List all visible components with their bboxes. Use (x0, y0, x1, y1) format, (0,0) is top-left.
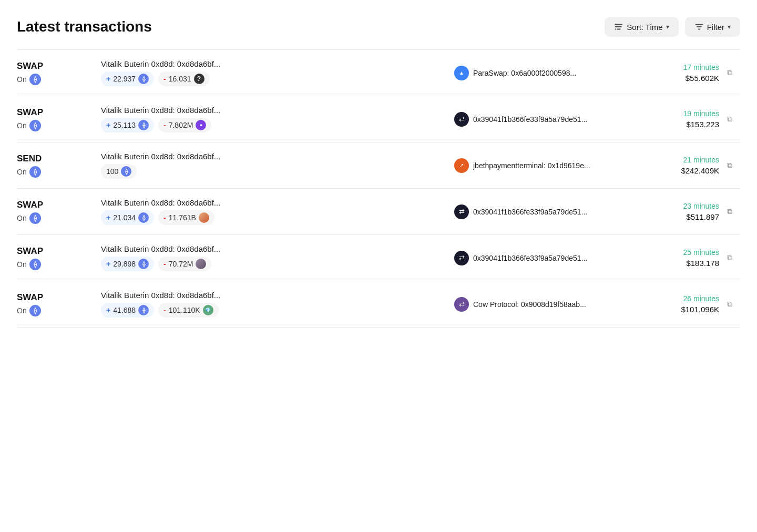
tx-time: 23 minutes (646, 202, 719, 210)
tx-time-col: 23 minutes $511.897 (646, 202, 719, 221)
amount-pill-in: + 25.113 ⟠ (101, 118, 154, 132)
plus-sign: + (106, 121, 110, 129)
tx-on-text: On (17, 121, 27, 130)
token-icon: ⟠ (121, 166, 131, 177)
tx-type-label: SWAP (17, 292, 101, 303)
protocol-name: 0x39041f1b366fe33f9a5a79de51... (473, 115, 587, 124)
tx-on-row: On ⟠ (17, 212, 101, 224)
protocol-name: jbethpaymentterminal: 0x1d9619e... (473, 161, 590, 170)
page-header: Latest transactions Sort: Time ▾ Filter … (17, 17, 740, 37)
external-link-button[interactable]: ⧉ (722, 251, 737, 265)
tx-link-col: ⧉ (719, 297, 740, 312)
amount-pill-in: + 21.034 ⟠ (101, 210, 154, 225)
minus-sign: - (163, 260, 166, 268)
protocol-icon: ▲ (454, 66, 469, 80)
amount-pill-out: - 16.031 ? (158, 71, 210, 86)
tx-time-col: 17 minutes $55.602K (646, 63, 719, 83)
tx-type-col: SWAP On ⟠ (17, 200, 101, 224)
tx-on-text: On (17, 214, 27, 222)
protocol-name: 0x39041f1b366fe33f9a5a79de51... (473, 254, 587, 262)
tx-value: $101.096K (646, 305, 719, 314)
minus-sign: - (163, 75, 166, 83)
amount-pill-out: - 70.72M (158, 257, 211, 271)
eth-network-badge: ⟠ (29, 305, 41, 316)
amount-pill-out: - 101.110K 💎 (158, 303, 219, 318)
token-icon: ⟠ (138, 259, 149, 269)
sort-button[interactable]: Sort: Time ▾ (605, 17, 678, 37)
tx-amounts: 100 ⟠ (101, 164, 446, 179)
tx-on-text: On (17, 260, 27, 269)
tx-amounts: + 21.034 ⟠ - 11.761B (101, 210, 446, 225)
tx-amounts: + 25.113 ⟠ - 7.802M ● (101, 118, 446, 132)
protocol-icon: ⇄ (454, 112, 469, 127)
tx-time-col: 26 minutes $101.096K (646, 294, 719, 314)
sort-icon (614, 22, 623, 32)
token-icon: 💎 (203, 305, 213, 315)
protocol-icon: ⇄ (454, 297, 469, 312)
token-icon: ⟠ (138, 120, 149, 130)
tx-type-col: SWAP On ⟠ (17, 246, 101, 270)
tx-address-col: Vitalik Buterin 0xd8d: 0xd8da6bf... + 22… (101, 59, 446, 86)
minus-sign: - (163, 121, 166, 129)
tx-address-col: Vitalik Buterin 0xd8d: 0xd8da6bf... 100 … (101, 152, 446, 179)
external-link-button[interactable]: ⧉ (722, 66, 737, 80)
protocol-name: 0x39041f1b366fe33f9a5a79de51... (473, 208, 587, 216)
tx-address-name: Vitalik Buterin 0xd8d: 0xd8da6bf... (101, 198, 301, 207)
table-row: SWAP On ⟠ Vitalik Buterin 0xd8d: 0xd8da6… (17, 281, 740, 328)
tx-time: 26 minutes (646, 294, 719, 303)
tx-time-col: 25 minutes $183.178 (646, 248, 719, 268)
tx-time: 17 minutes (646, 63, 719, 71)
tx-type-col: SEND On ⟠ (17, 154, 101, 178)
tx-on-text: On (17, 306, 27, 315)
table-row: SWAP On ⟠ Vitalik Buterin 0xd8d: 0xd8da6… (17, 189, 740, 235)
table-row: SWAP On ⟠ Vitalik Buterin 0xd8d: 0xd8da6… (17, 50, 740, 96)
external-link-button[interactable]: ⧉ (722, 204, 737, 219)
header-actions: Sort: Time ▾ Filter ▾ (605, 17, 740, 37)
tx-on-row: On ⟠ (17, 120, 101, 131)
plus-sign: + (106, 213, 110, 222)
tx-on-row: On ⟠ (17, 305, 101, 316)
external-link-button[interactable]: ⧉ (722, 158, 737, 173)
tx-address-col: Vitalik Buterin 0xd8d: 0xd8da6bf... + 41… (101, 291, 446, 318)
protocol-name: ParaSwap: 0x6a000f2000598... (473, 69, 576, 77)
token-icon: ⟠ (138, 305, 149, 315)
tx-type-label: SWAP (17, 61, 101, 71)
protocol-icon: ↗ (454, 158, 469, 173)
minus-sign: - (163, 306, 166, 314)
tx-type-label: SWAP (17, 107, 101, 118)
table-row: SWAP On ⟠ Vitalik Buterin 0xd8d: 0xd8da6… (17, 235, 740, 281)
tx-address-name: Vitalik Buterin 0xd8d: 0xd8da6bf... (101, 244, 301, 253)
plus-sign: + (106, 260, 110, 268)
tx-type-label: SEND (17, 154, 101, 164)
external-link-button[interactable]: ⧉ (722, 297, 737, 312)
token-icon (196, 259, 206, 269)
filter-button[interactable]: Filter ▾ (685, 17, 740, 37)
filter-icon (694, 22, 704, 32)
sort-chevron: ▾ (666, 23, 669, 30)
tx-amounts: + 22.937 ⟠ - 16.031 ? (101, 71, 446, 86)
tx-link-col: ⧉ (719, 112, 740, 127)
tx-address-name: Vitalik Buterin 0xd8d: 0xd8da6bf... (101, 59, 301, 68)
amount-pill-out: - 11.761B (158, 210, 214, 225)
page-title: Latest transactions (17, 18, 152, 35)
eth-network-badge: ⟠ (29, 74, 41, 85)
tx-link-col: ⧉ (719, 204, 740, 219)
minus-sign: - (163, 213, 166, 222)
tx-on-row: On ⟠ (17, 166, 101, 178)
tx-amounts: + 29.898 ⟠ - 70.72M (101, 257, 446, 271)
protocol-name: Cow Protocol: 0x9008d19f58aab... (473, 300, 586, 309)
table-row: SWAP On ⟠ Vitalik Buterin 0xd8d: 0xd8da6… (17, 96, 740, 142)
amount-pill: 100 ⟠ (101, 164, 137, 179)
token-icon: ⟠ (138, 212, 149, 223)
external-link-button[interactable]: ⧉ (722, 112, 737, 127)
tx-amounts: + 41.688 ⟠ - 101.110K 💎 (101, 303, 446, 318)
tx-link-col: ⧉ (719, 251, 740, 265)
tx-type-col: SWAP On ⟠ (17, 107, 101, 131)
tx-address-col: Vitalik Buterin 0xd8d: 0xd8da6bf... + 25… (101, 106, 446, 132)
tx-value: $153.223 (646, 120, 719, 129)
tx-time: 19 minutes (646, 109, 719, 118)
amount-pill-in: + 22.937 ⟠ (101, 71, 154, 86)
tx-value: $511.897 (646, 212, 719, 221)
tx-link-col: ⧉ (719, 158, 740, 173)
tx-address-col: Vitalik Buterin 0xd8d: 0xd8da6bf... + 29… (101, 244, 446, 271)
